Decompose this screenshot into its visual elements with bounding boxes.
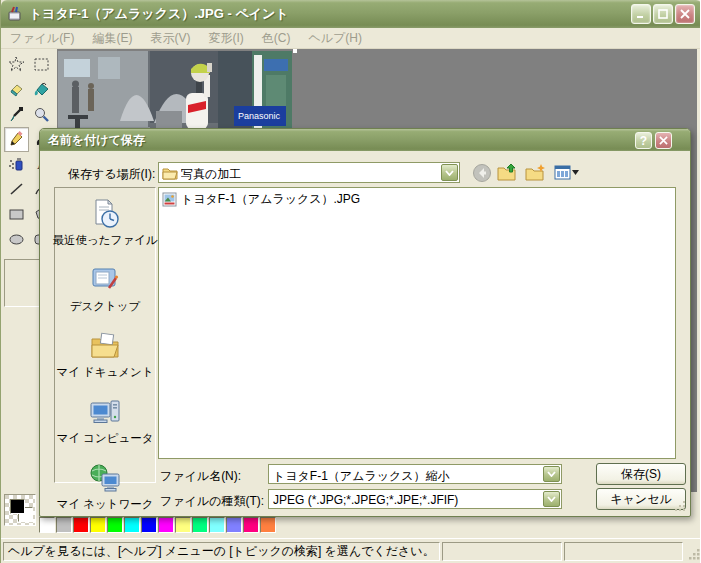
save-in-label: 保存する場所(I): <box>68 166 155 183</box>
file-name-combobox[interactable]: トヨタF-1（アムラックス）縮小 <box>268 464 562 484</box>
back-button[interactable] <box>470 161 493 184</box>
title-bar[interactable]: トヨタF-1（アムラックス）.JPG - ペイント <box>1 0 701 28</box>
menu-image[interactable]: 変形(I) <box>199 28 252 49</box>
tool-pencil[interactable] <box>4 127 29 152</box>
save-button[interactable]: 保存(S) <box>596 463 686 485</box>
my-documents-icon <box>89 330 121 362</box>
menu-colors[interactable]: 色(C) <box>253 28 300 49</box>
my-network-icon <box>89 462 121 494</box>
canvas-resize-handle[interactable] <box>293 49 297 53</box>
place-desktop[interactable]: デスクトップ <box>55 264 155 314</box>
tool-fill[interactable] <box>29 77 54 102</box>
dialog-title-bar[interactable]: 名前を付けて保存 <box>40 129 690 151</box>
menu-edit[interactable]: 編集(E) <box>83 28 141 49</box>
tool-magnifier[interactable] <box>29 102 54 127</box>
dialog-close-icon <box>659 136 668 145</box>
palette-color[interactable] <box>260 517 276 533</box>
desktop-icon <box>89 264 121 296</box>
palette-color[interactable] <box>107 517 123 533</box>
tool-line[interactable] <box>4 177 29 202</box>
view-menu-button[interactable] <box>552 161 580 184</box>
places-bar: 最近使ったファイル デスクトップ マイ ドキュメント <box>54 187 156 483</box>
window-resize-grip[interactable] <box>688 548 701 561</box>
palette-color[interactable] <box>226 517 242 533</box>
place-my-network[interactable]: マイ ネットワーク <box>55 462 155 512</box>
dialog-help-button[interactable]: ? <box>635 132 652 149</box>
up-one-level-button[interactable] <box>496 161 519 184</box>
fill-icon <box>33 81 50 98</box>
maximize-button[interactable] <box>653 4 673 24</box>
palette-color[interactable] <box>90 517 106 533</box>
palette-color[interactable] <box>39 517 55 533</box>
palette-color[interactable] <box>243 517 259 533</box>
status-bar: ヘルプを見るには、[ヘルプ] メニューの [トピックの検索] を選んでください。 <box>1 538 701 563</box>
file-type-dropdown-button[interactable] <box>543 491 560 507</box>
place-recent-files[interactable]: 最近使ったファイル <box>55 198 155 248</box>
palette-color[interactable] <box>175 517 191 533</box>
tool-ellipse[interactable] <box>4 227 29 252</box>
create-new-folder-button[interactable] <box>524 161 547 184</box>
save-as-dialog: 名前を付けて保存 ? 保存する場所(I): 写真の加工 <box>39 128 691 517</box>
tool-rectangle[interactable] <box>4 202 29 227</box>
file-type-label: ファイルの種類(T): <box>160 493 264 510</box>
palette-color[interactable] <box>141 517 157 533</box>
palette-color[interactable] <box>73 517 89 533</box>
palette-color[interactable] <box>158 517 174 533</box>
magnifier-icon <box>33 106 50 123</box>
airbrush-icon <box>8 156 25 173</box>
file-type-combobox[interactable]: JPEG (*.JPG;*.JPEG;*.JPE;*.JFIF) <box>268 489 562 509</box>
pencil-icon <box>8 131 25 148</box>
tool-airbrush[interactable] <box>4 152 29 177</box>
close-button[interactable] <box>675 4 695 24</box>
menu-help[interactable]: ヘルプ(H) <box>299 28 371 49</box>
dialog-title: 名前を付けて保存 <box>48 132 145 149</box>
eyedropper-icon <box>8 106 25 123</box>
foreground-color-swatch <box>10 499 25 514</box>
save-in-combobox[interactable]: 写真の加工 <box>158 162 460 183</box>
dialog-resize-grip[interactable] <box>675 501 687 513</box>
save-in-value: 写真の加工 <box>181 166 439 183</box>
tool-pick-color[interactable] <box>4 102 29 127</box>
file-item[interactable]: トヨタF-1（アムラックス）.JPG <box>162 191 672 208</box>
status-message: ヘルプを見るには、[ヘルプ] メニューの [トピックの検索] を選んでください。 <box>3 542 440 561</box>
dialog-close-button[interactable] <box>655 132 672 149</box>
place-my-computer[interactable]: マイ コンピュータ <box>55 396 155 446</box>
status-panel-size <box>564 542 683 561</box>
cancel-button[interactable]: キャンセル <box>596 488 686 510</box>
place-label: マイ ドキュメント <box>56 365 153 380</box>
palette-color[interactable] <box>124 517 140 533</box>
tool-select[interactable] <box>29 52 54 77</box>
folder-icon <box>162 166 178 180</box>
tool-eraser[interactable] <box>4 77 29 102</box>
minimize-button[interactable] <box>631 4 651 24</box>
paint-window: トヨタF-1（アムラックス）.JPG - ペイント ファイル(F) 編集(E) … <box>0 0 701 563</box>
save-in-dropdown-button[interactable] <box>441 164 458 181</box>
window-title: トヨタF-1（アムラックス）.JPG - ペイント <box>29 5 289 23</box>
view-menu-icon <box>554 165 571 180</box>
status-text: ヘルプを見るには、[ヘルプ] メニューの [トピックの検索] を選んでください。 <box>8 543 435 560</box>
rectangle-icon <box>8 206 25 223</box>
file-name-label: ファイル名(N): <box>160 468 241 485</box>
tool-free-form-select[interactable] <box>4 52 29 77</box>
file-name-dropdown-button[interactable] <box>543 466 560 482</box>
recent-files-icon <box>89 198 121 230</box>
place-label: マイ コンピュータ <box>56 431 153 446</box>
up-one-level-icon <box>497 163 518 182</box>
panasonic-logo-text: Panasonic <box>238 111 281 121</box>
maximize-icon <box>658 9 668 19</box>
palette-color[interactable] <box>192 517 208 533</box>
create-new-folder-icon <box>525 163 546 182</box>
file-list[interactable]: トヨタF-1（アムラックス）.JPG <box>158 187 676 459</box>
place-label: 最近使ったファイル <box>52 233 157 248</box>
palette-color[interactable] <box>56 517 72 533</box>
file-name-value: トヨタF-1（アムラックス）縮小 <box>273 468 541 485</box>
menu-file[interactable]: ファイル(F) <box>1 28 83 49</box>
menu-view[interactable]: 表示(V) <box>141 28 199 49</box>
place-my-documents[interactable]: マイ ドキュメント <box>55 330 155 380</box>
palette-color[interactable] <box>209 517 225 533</box>
place-label: マイ ネットワーク <box>56 497 153 512</box>
image-file-icon <box>162 192 177 207</box>
color-indicator[interactable] <box>4 494 36 526</box>
place-label: デスクトップ <box>70 299 141 314</box>
caret-down-icon <box>572 170 579 175</box>
